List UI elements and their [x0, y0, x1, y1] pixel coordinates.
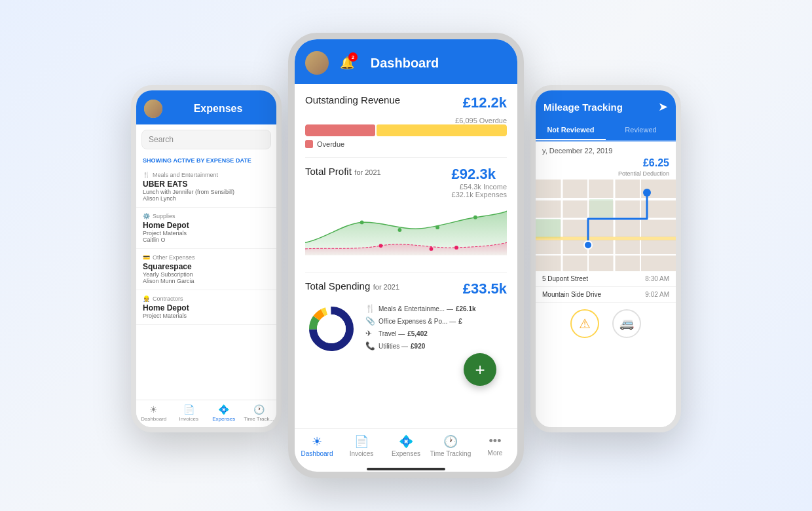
spending-item-amount: £ [458, 318, 462, 325]
expenses-title: Expenses [168, 103, 268, 115]
spending-year: for 2021 [373, 283, 399, 291]
spending-item-label: Office Expenses & Po... — [378, 318, 456, 325]
overdue-dot [305, 140, 313, 148]
add-icon: + [475, 360, 485, 380]
expenses-header: Expenses [136, 90, 276, 124]
list-item[interactable]: 💳 Other Expenses Squarespace Yearly Subs… [136, 249, 276, 290]
dashboard-header: 🔔 2 Dashboard [295, 39, 517, 84]
send-icon[interactable]: ➤ [658, 100, 668, 114]
spending-item-label: Utilities — [378, 343, 408, 350]
nav-item-expenses[interactable]: 💠 Expenses [384, 434, 428, 457]
nav-label: Invoices [179, 416, 198, 422]
search-label: Search [149, 135, 174, 144]
svg-point-1 [397, 228, 401, 232]
fab-add-button[interactable]: + [464, 353, 496, 386]
nav-item-timetrack[interactable]: 🕐 Time Track... [242, 404, 277, 422]
spending-value: £33.5k [463, 280, 507, 297]
mileage-header: Mileage Tracking ➤ [536, 90, 676, 121]
profit-label-wrap: Total Profit for 2021 [305, 166, 381, 178]
spending-item-amount: £26.1k [456, 305, 476, 312]
expense-category: 👷 Contractors [143, 295, 270, 302]
expense-name: UBER EATS [143, 180, 270, 189]
warning-button[interactable]: ⚠ [570, 309, 599, 338]
spending-label: Total Spending [305, 280, 370, 292]
svg-rect-22 [589, 199, 613, 218]
expense-name: Home Depot [143, 221, 270, 230]
list-item[interactable]: ⚙️ Supplies Home Depot Project Materials… [136, 208, 276, 249]
trip-item[interactable]: Mountain Side Drive 9:02 AM [536, 287, 676, 303]
tab-not-reviewed[interactable]: Not Reviewed [536, 121, 606, 140]
tab-label: Not Reviewed [547, 126, 594, 134]
list-item[interactable]: 🍴 Meals and Entertainment UBER EATS Lunc… [136, 166, 276, 208]
expense-desc: Project Materials [143, 230, 270, 237]
spending-item-amount: £5,402 [407, 330, 428, 337]
center-bottom-nav: ☀ Dashboard 📄 Invoices 💠 Expenses 🕐 Time… [295, 428, 517, 464]
spending-item-amount: £920 [411, 343, 425, 350]
svg-point-6 [454, 246, 458, 250]
notification-button[interactable]: 🔔 2 [337, 52, 358, 73]
profit-chart [305, 204, 507, 256]
list-item[interactable]: 👷 Contractors Home Depot Project Materia… [136, 290, 276, 325]
expense-category: 🍴 Meals and Entertainment [143, 172, 270, 178]
nav-item-expenses[interactable]: 💠 Expenses [206, 404, 242, 422]
trip-address: 5 Dupont Street [542, 275, 588, 282]
action-icons: ⚠ 🚐 [536, 303, 676, 345]
svg-point-11 [317, 314, 346, 343]
profit-label: Total Profit [305, 166, 352, 177]
nav-item-dashboard[interactable]: ☀ Dashboard [295, 434, 339, 457]
overdue-amount: £6,095 Overdue [305, 117, 507, 124]
expenses-icon: 💠 [399, 434, 413, 449]
invoices-icon: 📄 [183, 404, 194, 415]
invoices-icon: 📄 [354, 434, 369, 449]
overdue-legend: Overdue [305, 140, 507, 148]
deduction-label: Potential Deduction [536, 170, 676, 177]
nav-label: Time Track... [244, 416, 274, 422]
dashboard-icon: ☀ [149, 404, 158, 415]
donut-chart [305, 303, 358, 355]
expense-desc: Project Materials [143, 312, 270, 319]
trip-time: 9:02 AM [645, 291, 669, 298]
expense-category: 💳 Other Expenses [143, 254, 270, 261]
category-icon: 👷 [143, 295, 150, 302]
category-icon: ⚙️ [143, 213, 150, 219]
revenue-value: £12.2k [463, 94, 507, 111]
trip-item[interactable]: 5 Dupont Street 8:30 AM [536, 271, 676, 287]
nav-item-invoices[interactable]: 📄 Invoices [172, 404, 207, 422]
timetrack-icon: 🕐 [253, 404, 265, 415]
spending-item: 🍴 Meals & Entertainme... — £26.1k [365, 304, 507, 313]
mileage-title: Mileage Tracking [544, 102, 623, 113]
office-icon: 📎 [365, 316, 376, 326]
expense-user: Alison Lynch [143, 195, 270, 202]
nav-item-more[interactable]: ••• More [473, 434, 517, 457]
spending-item-label: Meals & Entertainme... — [378, 305, 453, 312]
profit-year: for 2021 [354, 168, 380, 176]
overdue-label: Overdue [317, 140, 344, 148]
timetrack-icon: 🕐 [443, 434, 458, 449]
profit-expenses: £32.1k Expenses [452, 191, 507, 199]
expense-category: ⚙️ Supplies [143, 213, 270, 219]
svg-point-5 [430, 247, 434, 251]
trip-address: Mountain Side Drive [542, 291, 601, 298]
vehicle-button[interactable]: 🚐 [612, 309, 641, 338]
dashboard-icon: ☀ [312, 434, 322, 449]
trip-time: 8:30 AM [645, 275, 669, 282]
nav-label: Expenses [212, 416, 235, 422]
avatar [305, 51, 329, 75]
showing-label: SHOWING ACTIVE BY EXPENSE DATE [136, 155, 276, 166]
category-icon: 🍴 [143, 172, 150, 178]
spending-item: 📞 Utilities — £920 [365, 341, 507, 350]
svg-point-24 [584, 241, 592, 249]
nav-item-dashboard[interactable]: ☀ Dashboard [136, 404, 172, 422]
mileage-tabs: Not Reviewed Reviewed [536, 121, 676, 142]
nav-item-invoices[interactable]: 📄 Invoices [339, 434, 384, 457]
profit-values: £92.3k £54.3k Income £32.1k Expenses [452, 166, 507, 199]
search-input[interactable]: Search [141, 130, 271, 149]
phones-container: Expenses Search SHOWING ACTIVE BY EXPENS… [111, 20, 701, 491]
tab-reviewed[interactable]: Reviewed [606, 121, 676, 140]
nav-item-timetracking[interactable]: 🕐 Time Tracking [428, 434, 473, 457]
expense-name: Squarespace [143, 262, 270, 271]
spending-item-label: Travel — [378, 330, 405, 337]
category-icon: 💳 [143, 254, 150, 261]
profit-section-header: Total Profit for 2021 £92.3k £54.3k Inco… [305, 166, 507, 199]
avatar [144, 100, 162, 118]
